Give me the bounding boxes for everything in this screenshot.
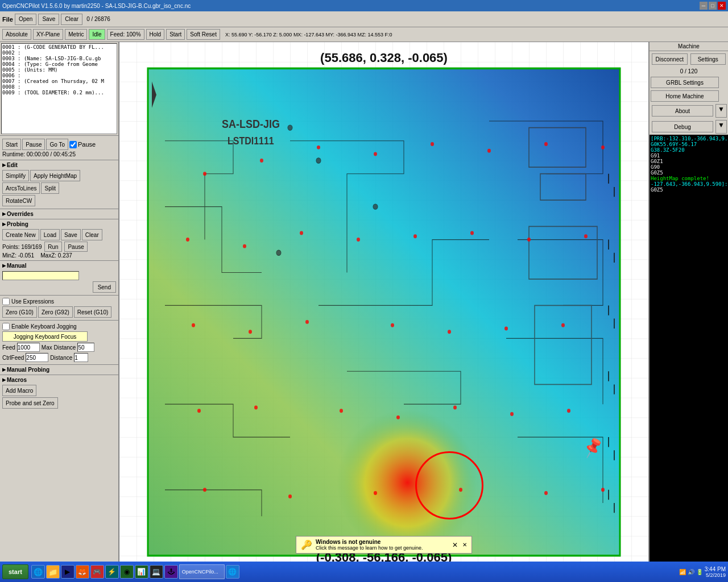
manual-header[interactable]: Manual bbox=[2, 262, 116, 269]
taskbar-putty-icon[interactable]: 💻 bbox=[150, 565, 163, 579]
probing-section: Probing Create New Load Save Clear Point… bbox=[0, 219, 118, 260]
taskbar-firefox-icon[interactable]: 🦊 bbox=[76, 565, 89, 579]
pause-checkbox[interactable] bbox=[69, 141, 77, 148]
load-probing-button[interactable]: Load bbox=[40, 229, 60, 240]
svg-point-28 bbox=[192, 323, 195, 327]
taskbar-jog-icon[interactable]: 🕹 bbox=[164, 565, 178, 579]
ctrlfeed-input[interactable] bbox=[26, 353, 48, 362]
svg-point-33 bbox=[504, 326, 508, 330]
jogging-focus-button[interactable]: Jogging Keyboard Focus bbox=[2, 331, 88, 342]
taskbar-arduino-icon[interactable]: ⚡ bbox=[105, 565, 119, 579]
split-button[interactable]: Split bbox=[41, 182, 59, 194]
canvas-area[interactable]: SA-LSD-JIG LSTDI1111 (55.686, 0.328, -0.… bbox=[119, 42, 648, 582]
disconnect-button[interactable]: Disconnect bbox=[652, 53, 688, 65]
taskbar-cnc-app[interactable]: OpenCNCPilo... bbox=[179, 564, 225, 579]
enable-jogging-label: Enable Keyboard Jogging bbox=[11, 323, 77, 330]
points-display: Points: 169/169 Run Pause bbox=[2, 242, 116, 252]
send-button[interactable]: Send bbox=[93, 281, 116, 293]
taskbar-chrome2-icon[interactable]: ◉ bbox=[120, 565, 134, 579]
svg-point-15 bbox=[374, 152, 377, 156]
absolute-button[interactable]: Absolute bbox=[2, 29, 31, 40]
add-macro-button[interactable]: Add Macro bbox=[2, 385, 36, 396]
create-new-button[interactable]: Create New bbox=[2, 229, 39, 240]
save-probing-button[interactable]: Save bbox=[61, 229, 81, 240]
edit-buttons: Simplify Apply HeightMap bbox=[2, 170, 116, 181]
feed-input[interactable] bbox=[17, 343, 40, 352]
zero-g10-button[interactable]: Zero (G10) bbox=[2, 306, 37, 318]
idle-button[interactable]: Idle bbox=[89, 29, 105, 40]
svg-point-44 bbox=[374, 491, 377, 495]
svg-point-47 bbox=[601, 488, 605, 492]
probing-header[interactable]: Probing bbox=[2, 221, 116, 228]
open-button[interactable]: Open bbox=[15, 14, 36, 25]
max-dist-input[interactable] bbox=[77, 343, 94, 352]
home-machine-button[interactable]: Home Machine bbox=[651, 90, 719, 102]
svg-point-23 bbox=[357, 238, 360, 242]
notif-close-icon[interactable]: ✕ bbox=[452, 541, 458, 549]
metric-button[interactable]: Metric bbox=[65, 29, 87, 40]
manual-input[interactable] bbox=[2, 271, 79, 280]
taskbar-chrome-icon[interactable]: 🌐 bbox=[226, 565, 239, 579]
macros-header[interactable]: Macros bbox=[2, 376, 116, 384]
taskbar-excel-icon[interactable]: 📊 bbox=[135, 565, 148, 579]
volume-icon: 🔊 bbox=[688, 569, 694, 575]
grbl-settings-button[interactable]: GRBL Settings bbox=[651, 77, 719, 88]
svg-point-10 bbox=[276, 250, 281, 255]
notif-x-icon[interactable]: ✕ bbox=[462, 542, 467, 548]
taskbar-media-icon[interactable]: ▶ bbox=[61, 565, 75, 579]
overrides-header[interactable]: Overrides bbox=[2, 210, 116, 218]
maximize-button[interactable]: □ bbox=[709, 2, 717, 10]
save-button[interactable]: Save bbox=[38, 14, 59, 25]
run-probing-button[interactable]: Run bbox=[44, 242, 61, 252]
probe-set-zero-button[interactable]: Probe and set Zero bbox=[2, 397, 58, 409]
pause-probing-button[interactable]: Pause bbox=[64, 242, 87, 252]
clear-probing-button[interactable]: Clear bbox=[82, 229, 102, 240]
arcstolines-button[interactable]: ArcsToLines bbox=[2, 182, 40, 194]
start-machine-button[interactable]: Start bbox=[166, 29, 185, 40]
svg-point-20 bbox=[186, 238, 189, 242]
svg-rect-3 bbox=[148, 68, 620, 555]
gcode-display[interactable]: 0001 : (G-CODE GENERATED BY FL... 0002 :… bbox=[1, 43, 117, 134]
taskbar-pinball-icon[interactable]: 🎮 bbox=[90, 565, 104, 579]
file-menu[interactable]: File bbox=[2, 16, 13, 23]
second-toolbar: Absolute XY-Plane Metric Idle Feed: 100%… bbox=[0, 27, 728, 42]
edit-header[interactable]: Edit bbox=[2, 161, 116, 169]
close-button[interactable]: ✕ bbox=[718, 2, 726, 10]
apply-heightmap-button[interactable]: Apply HeightMap bbox=[30, 170, 80, 181]
notif-content: Windows is not genuine Click this messag… bbox=[316, 539, 423, 551]
taskbar-ie-icon[interactable]: 🌐 bbox=[31, 565, 45, 579]
line-counter: 0 / 26876 bbox=[86, 16, 110, 22]
taskbar-folder-icon[interactable]: 📁 bbox=[46, 565, 60, 579]
debug-button[interactable]: Debug bbox=[652, 121, 713, 132]
title-text: OpenCNCPilot V1.5.6.0 by martin2250 - SA… bbox=[2, 3, 191, 9]
svg-point-24 bbox=[413, 234, 417, 238]
gcode-output[interactable]: [PRB:-132.310,-366.943,9.590]:1G0K55.69Y… bbox=[650, 135, 728, 582]
feed-button[interactable]: Feed: 100% bbox=[107, 29, 144, 40]
distance-input[interactable] bbox=[74, 353, 88, 362]
use-expressions-label: Use Expressions bbox=[11, 298, 54, 305]
start-run-button[interactable]: Start bbox=[2, 139, 21, 150]
xyplane-button[interactable]: XY-Plane bbox=[33, 29, 63, 40]
gcode-output-line: G0K55.69Y-56.17 bbox=[651, 142, 727, 147]
notif-message: Click this message to learn how to get g… bbox=[316, 545, 423, 551]
debug-expand-icon[interactable]: ▼ bbox=[715, 120, 727, 134]
clear-button[interactable]: Clear bbox=[61, 14, 82, 25]
soft-reset-button[interactable]: Soft Reset bbox=[187, 29, 220, 40]
minimize-button[interactable]: ─ bbox=[700, 2, 708, 10]
hold-button[interactable]: Hold bbox=[146, 29, 165, 40]
start-button[interactable]: start bbox=[2, 564, 28, 579]
rotatecw-button[interactable]: RotateCW bbox=[2, 195, 35, 206]
manual-probing-header[interactable]: Manual Probing bbox=[2, 366, 116, 373]
zero-g92-button[interactable]: Zero (G92) bbox=[38, 306, 73, 318]
enable-jogging-checkbox[interactable] bbox=[2, 323, 10, 330]
notification-bar[interactable]: 🔑 Windows is not genuine Click this mess… bbox=[296, 536, 472, 554]
pause-run-button[interactable]: Pause bbox=[22, 139, 45, 150]
settings-button[interactable]: Settings bbox=[690, 53, 726, 65]
use-expressions-checkbox[interactable] bbox=[2, 298, 10, 305]
svg-point-21 bbox=[243, 244, 246, 248]
about-expand-icon[interactable]: ▼ bbox=[715, 104, 727, 118]
goto-button[interactable]: Go To bbox=[46, 139, 68, 150]
about-button[interactable]: About bbox=[652, 105, 713, 117]
reset-g10-button[interactable]: Reset (G10) bbox=[74, 306, 111, 318]
simplify-button[interactable]: Simplify bbox=[2, 170, 29, 181]
